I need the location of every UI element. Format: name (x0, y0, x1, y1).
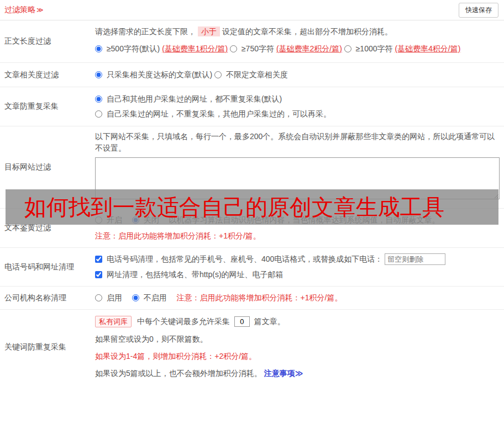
fee-note: (基础费率2积分/篇) (276, 44, 342, 53)
notes-link[interactable]: 注意事项≫ (264, 369, 303, 378)
option-relevance-any[interactable]: 不限定文章相关度 (214, 70, 288, 79)
row-company-name-cleanup: 公司机构名称清理 启用 不启用 注意：启用此功能将增加积分消耗：+1积分/篇。 (0, 287, 504, 310)
keyword-note-free: 如果设为5篇或以上，也不会额外增加积分消耗。 (95, 369, 262, 378)
row-phone-url-cleanup: 电话号码和网址清理 电话号码清理，包括常见的手机号、座机号、400电话格式，或替… (0, 248, 504, 287)
page-title: 过滤策略 (4, 5, 35, 14)
replacement-phone-input[interactable] (385, 253, 445, 265)
option-length-750[interactable]: ≥750字符 (基础费率2积分/篇) (230, 44, 344, 53)
row-label: 关键词防重复采集 (0, 310, 95, 385)
target-site-description: 以下网站不采集，只填域名，每行一个，最多200个。系统会自动识别并屏蔽那些非文章… (95, 131, 500, 154)
option-length-1000[interactable]: ≥1000字符 (基础费率4积分/篇) (344, 44, 461, 53)
radio-dedup-self[interactable] (95, 110, 102, 118)
row-label: 公司机构名称清理 (0, 287, 95, 309)
radio-length-500[interactable] (95, 45, 102, 52)
keyword-note-unlimited: 如果留空或设为0，则不限篇数。 (95, 333, 500, 345)
less-than-highlight: 小于 (198, 26, 220, 36)
radio-relevance-strict[interactable] (95, 71, 102, 78)
option-phone-cleanup[interactable]: 电话号码清理，包括常见的手机号、座机号、400电话格式，或替换成如下电话： (95, 255, 385, 263)
page-header: 过滤策略≫ 快速保存 (0, 0, 504, 20)
quick-save-button[interactable]: 快速保存 (459, 3, 498, 18)
row-label: 电话号码和网址清理 (0, 248, 95, 286)
keyword-note-cost: 如果设为1-4篇，则增加积分消耗：+2积分/篇。 (95, 350, 500, 362)
row-relevance-filter: 文章相关度过滤 只采集相关度达标的文章(默认) 不限定文章相关度 (0, 63, 504, 87)
porn-filter-warning: 注意：启用此功能将增加积分消耗：+1积分/篇。 (95, 230, 500, 242)
company-cleanup-warning: 注意：启用此功能将增加积分消耗：+1积分/篇。 (177, 293, 343, 302)
radio-company-off[interactable] (132, 294, 139, 301)
watermark-text: 如何找到一款适合自己的原创文章生成工具 (24, 196, 444, 218)
option-company-on[interactable]: 启用 (95, 293, 124, 302)
option-relevance-strict[interactable]: 只采集相关度达标的文章(默认) (95, 70, 214, 79)
option-dedup-self[interactable]: 自己采集过的网址，不重复采集，其他用户采集过的，可以再采。 (95, 109, 331, 118)
row-label: 正文长度过滤 (0, 20, 95, 62)
radio-company-on[interactable] (95, 294, 102, 301)
option-dedup-global[interactable]: 自己和其他用户采集过的网址，都不重复采集(默认) (95, 94, 282, 103)
row-keyword-dedup: 关键词防重复采集 私有词库 中每个关键词最多允许采集 篇文章。 如果留空或设为0… (0, 310, 504, 385)
checkbox-phone-cleanup[interactable] (95, 256, 102, 263)
radio-dedup-global[interactable] (95, 96, 102, 103)
radio-relevance-any[interactable] (214, 71, 222, 78)
option-url-cleanup[interactable]: 网址清理，包括纯域名、带http(s)的网址、电子邮箱 (95, 270, 284, 279)
filter-strategy-title[interactable]: 过滤策略≫ (4, 5, 44, 15)
row-body-length-filter: 正文长度过滤 请选择需求的正文长度下限，小于设定值的文章不采集，超出部分不增加积… (0, 20, 504, 63)
length-intro: 请选择需求的正文长度下限，小于设定值的文章不采集，超出部分不增加积分消耗。 (95, 26, 500, 38)
expand-chevron-icon: ≫ (36, 6, 44, 14)
row-label: 文章防重复采集 (0, 87, 95, 126)
max-articles-input[interactable] (234, 316, 250, 327)
radio-length-1000[interactable] (344, 45, 351, 52)
watermark-overlay: 如何找到一款适合自己的原创文章生成工具 (6, 189, 498, 225)
row-dedup-collection: 文章防重复采集 自己和其他用户采集过的网址，都不重复采集(默认) 自己采集过的网… (0, 87, 504, 126)
private-lexicon-badge: 私有词库 (95, 316, 132, 327)
row-label: 文章相关度过滤 (0, 63, 95, 87)
radio-length-750[interactable] (230, 45, 237, 52)
fee-note: (基础费率1积分/篇) (162, 44, 228, 53)
fee-note: (基础费率4积分/篇) (395, 44, 460, 53)
option-company-off[interactable]: 不启用 (132, 293, 169, 302)
checkbox-url-cleanup[interactable] (95, 271, 102, 278)
option-length-500[interactable]: ≥500字符(默认) (基础费率1积分/篇) (95, 44, 230, 53)
